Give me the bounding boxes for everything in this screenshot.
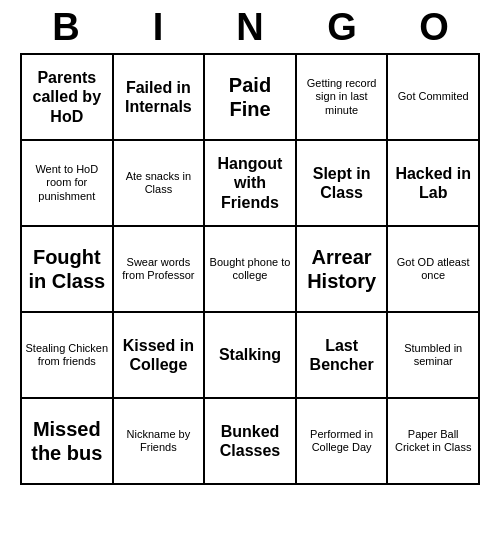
bingo-cell-5[interactable]: Went to HoD room for punishment [22,141,114,227]
letter-g: G [302,6,382,49]
bingo-cell-20[interactable]: Missed the bus [22,399,114,485]
bingo-cell-24[interactable]: Paper Ball Cricket in Class [388,399,480,485]
bingo-cell-23[interactable]: Performed in College Day [297,399,389,485]
bingo-cell-22[interactable]: Bunked Classes [205,399,297,485]
bingo-cell-4[interactable]: Got Commited [388,55,480,141]
letter-i: I [118,6,198,49]
bingo-cell-21[interactable]: Nickname by Friends [114,399,206,485]
bingo-cell-8[interactable]: Slept in Class [297,141,389,227]
bingo-cell-19[interactable]: Stumbled in seminar [388,313,480,399]
bingo-cell-17[interactable]: Stalking [205,313,297,399]
bingo-cell-9[interactable]: Hacked in Lab [388,141,480,227]
bingo-cell-7[interactable]: Hangout with Friends [205,141,297,227]
letter-n: N [210,6,290,49]
bingo-grid: Parents called by HoDFailed in Internals… [20,53,480,485]
bingo-cell-6[interactable]: Ate snacks in Class [114,141,206,227]
bingo-cell-10[interactable]: Fought in Class [22,227,114,313]
bingo-cell-2[interactable]: Paid Fine [205,55,297,141]
bingo-cell-14[interactable]: Got OD atleast once [388,227,480,313]
bingo-cell-3[interactable]: Getting record sign in last minute [297,55,389,141]
bingo-cell-13[interactable]: Arrear History [297,227,389,313]
bingo-cell-12[interactable]: Bought phone to college [205,227,297,313]
bingo-title: B I N G O [20,0,480,53]
bingo-cell-15[interactable]: Stealing Chicken from friends [22,313,114,399]
bingo-cell-18[interactable]: Last Bencher [297,313,389,399]
bingo-cell-11[interactable]: Swear words from Professor [114,227,206,313]
bingo-cell-0[interactable]: Parents called by HoD [22,55,114,141]
letter-b: B [26,6,106,49]
bingo-cell-16[interactable]: Kissed in College [114,313,206,399]
letter-o: O [394,6,474,49]
bingo-cell-1[interactable]: Failed in Internals [114,55,206,141]
